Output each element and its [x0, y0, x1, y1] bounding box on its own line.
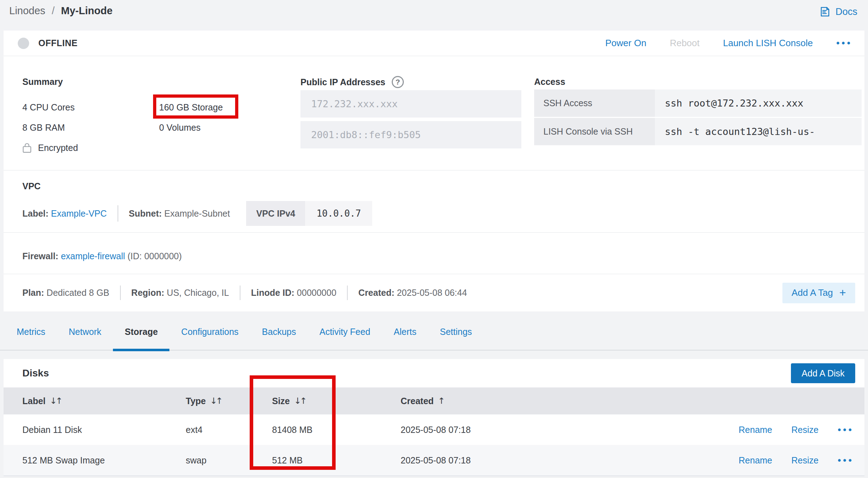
linode-detail-page: Linodes / My-Linode Docs OFFLINE Pow — [0, 0, 868, 478]
row-more-actions-ellipsis-icon[interactable]: ••• — [838, 455, 854, 466]
sort-both-icon: ↓↑ — [294, 396, 305, 406]
docs-label: Docs — [835, 6, 857, 17]
tab-alerts[interactable]: Alerts — [382, 311, 428, 350]
ssh-access-command: ssh root@172.232.xxx.xxx — [655, 89, 862, 117]
public-ips-column: Public IP Addresses ? 172.232.xxx.xxx 20… — [300, 76, 534, 162]
sort-asc-icon: ↑ — [438, 396, 444, 406]
summary-heading: Summary — [22, 76, 300, 87]
meta-plan: Plan: Dedicated 8 GB — [22, 286, 120, 300]
sort-both-icon: ↓↑ — [210, 396, 222, 406]
meta-linode-id: Linode ID: 00000000 — [240, 286, 347, 300]
public-ips-heading: Public IP Addresses — [300, 76, 385, 88]
vpc-subnet-value: Example-Subnet — [164, 208, 230, 218]
reboot-button[interactable]: Reboot — [670, 38, 700, 49]
disk-type: swap — [186, 455, 272, 466]
vpc-ipv4-key: VPC IPv4 — [246, 201, 305, 226]
table-row-debian-disk: Debian 11 Disk ext4 81408 MB 2025-05-08 … — [4, 414, 864, 445]
tab-metrics[interactable]: Metrics — [5, 311, 57, 350]
vpc-label-link[interactable]: Example-VPC — [51, 208, 107, 218]
lish-console-label: LISH Console via SSH — [534, 118, 655, 145]
tab-activity-feed[interactable]: Activity Feed — [308, 311, 382, 350]
summary-ram: 8 GB RAM — [22, 122, 159, 133]
disk-created: 2025-05-08 07:18 — [401, 455, 722, 466]
help-icon[interactable]: ? — [392, 76, 404, 88]
resize-button[interactable]: Resize — [791, 455, 818, 466]
tab-bar: Metrics Network Storage Configurations B… — [0, 311, 868, 351]
ssh-access-label: SSH Access — [534, 89, 655, 117]
docs-icon — [819, 6, 831, 18]
firewall-section: Firewall: example-firewall (ID: 0000000) — [4, 233, 864, 274]
firewall-link[interactable]: example-firewall — [61, 251, 125, 261]
launch-lish-console-button[interactable]: Launch LISH Console — [723, 38, 813, 49]
tab-configurations[interactable]: Configurations — [169, 311, 250, 350]
tab-settings[interactable]: Settings — [428, 311, 483, 350]
lock-icon — [22, 142, 32, 153]
disks-table-header: Label↓↑ Type↓↑ Size↓↑ Created↑ — [4, 387, 864, 414]
summary-encrypted: Encrypted — [22, 142, 159, 153]
vpc-heading: VPC — [22, 180, 854, 192]
disks-card: Disks Add A Disk Label↓↑ Type↓↑ Size↓↑ C… — [4, 359, 864, 476]
breadcrumb-linodes-link[interactable]: Linodes — [9, 5, 45, 16]
vpc-label-key: Label: — [22, 208, 49, 218]
vpc-ipv4-value: 10.0.0.7 — [305, 201, 372, 226]
summary-encrypted-label: Encrypted — [38, 142, 78, 153]
overview-section: Summary 4 CPU Cores 8 GB RAM Encrypted — [4, 56, 864, 170]
access-column: Access SSH Access ssh root@172.232.xxx.x… — [534, 76, 862, 162]
summary-column: Summary 4 CPU Cores 8 GB RAM Encrypted — [22, 76, 300, 162]
disk-label: Debian 11 Disk — [22, 425, 186, 435]
lish-console-command: ssh -t account123@lish-us- — [655, 118, 862, 145]
column-header-created[interactable]: Created↑ — [401, 396, 722, 406]
resize-button[interactable]: Resize — [791, 425, 818, 435]
summary-storage: 160 GB Storage — [159, 102, 300, 113]
summary-cpu: 4 CPU Cores — [22, 102, 159, 113]
disk-label: 512 MB Swap Image — [22, 455, 186, 466]
status-label: OFFLINE — [38, 38, 77, 48]
tab-storage[interactable]: Storage — [113, 311, 169, 350]
meta-created: Created: 2025-05-08 06:44 — [347, 286, 478, 300]
tab-network[interactable]: Network — [57, 311, 113, 350]
linode-summary-card: OFFLINE Power On Reboot Launch LISH Cons… — [4, 31, 864, 311]
row-more-actions-ellipsis-icon[interactable]: ••• — [838, 424, 854, 435]
disk-size: 81408 MB — [272, 425, 401, 435]
ipv4-address-field: 172.232.xxx.xxx — [300, 90, 521, 118]
docs-link[interactable]: Docs — [819, 6, 857, 18]
firewall-key: Firewall: — [22, 251, 58, 261]
disks-table: Label↓↑ Type↓↑ Size↓↑ Created↑ Debian 11… — [4, 387, 864, 476]
disk-created: 2025-05-08 07:18 — [401, 425, 722, 435]
status-offline-dot-icon — [18, 38, 29, 49]
tab-backups[interactable]: Backups — [250, 311, 308, 350]
vpc-subnet-key: Subnet: — [129, 208, 162, 218]
vpc-section: VPC Label: Example-VPC Subnet: Example-S… — [4, 170, 864, 232]
rename-button[interactable]: Rename — [739, 455, 772, 466]
status-bar: OFFLINE Power On Reboot Launch LISH Cons… — [4, 31, 864, 56]
vertical-divider — [118, 205, 118, 222]
add-a-tag-button[interactable]: Add A Tag + — [782, 283, 855, 303]
meta-row: Plan: Dedicated 8 GB Region: US, Chicago… — [4, 274, 864, 311]
breadcrumb-separator: / — [52, 5, 55, 16]
summary-volumes: 0 Volumes — [159, 122, 300, 133]
breadcrumb-current-linode: My-Linode — [61, 5, 113, 16]
top-bar: Linodes / My-Linode Docs — [0, 0, 868, 31]
access-heading: Access — [534, 76, 862, 87]
sort-both-icon: ↓↑ — [50, 396, 61, 406]
breadcrumb: Linodes / My-Linode — [9, 5, 113, 17]
meta-region: Region: US, Chicago, IL — [120, 286, 240, 300]
plus-icon: + — [839, 286, 846, 299]
vpc-ipv4-chip: VPC IPv4 10.0.0.7 — [246, 201, 372, 226]
disks-heading: Disks — [22, 368, 49, 379]
power-on-button[interactable]: Power On — [605, 38, 646, 49]
disk-size: 512 MB — [272, 455, 401, 466]
ipv6-address-field: 2001:db8::fef9:b505 — [300, 121, 521, 148]
disk-type: ext4 — [186, 425, 272, 435]
rename-button[interactable]: Rename — [739, 425, 772, 435]
status-actions: Power On Reboot Launch LISH Console ••• — [605, 38, 852, 49]
table-row-swap-image: 512 MB Swap Image swap 512 MB 2025-05-08… — [4, 445, 864, 476]
column-header-label[interactable]: Label↓↑ — [22, 396, 186, 406]
firewall-id: (ID: 0000000) — [128, 251, 182, 261]
column-header-size[interactable]: Size↓↑ — [272, 396, 401, 406]
column-header-type[interactable]: Type↓↑ — [186, 396, 272, 406]
add-a-disk-button[interactable]: Add A Disk — [791, 363, 855, 383]
more-actions-ellipsis-icon[interactable]: ••• — [836, 38, 852, 49]
